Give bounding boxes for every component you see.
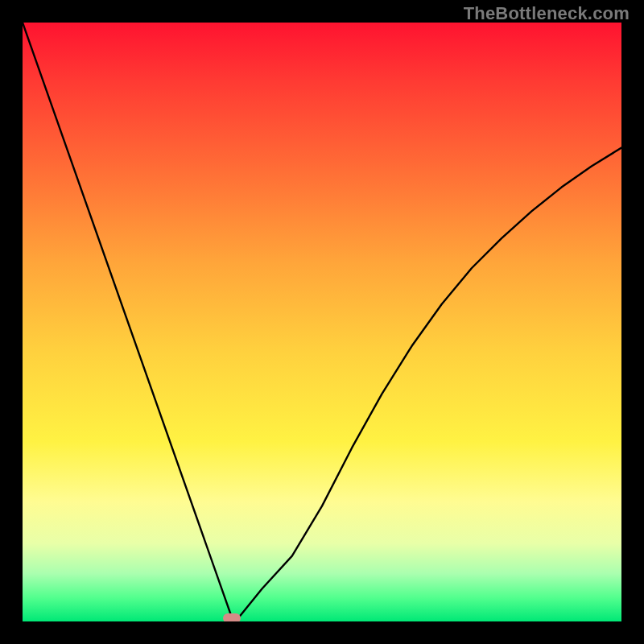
bottleneck-curve [23, 23, 621, 621]
watermark-label: TheBottleneck.com [464, 3, 630, 24]
curve-path [23, 23, 621, 619]
chart-container: TheBottleneck.com [0, 0, 644, 644]
plot-area [23, 23, 621, 621]
minimum-marker [223, 613, 241, 621]
